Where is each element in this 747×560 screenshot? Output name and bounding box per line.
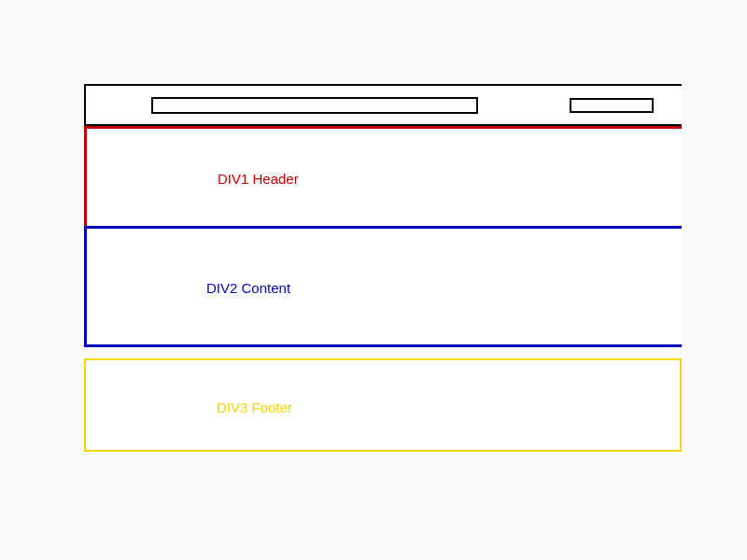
div3-label: DIV3 Footer [217, 399, 292, 415]
layout-diagram: DIV1 Header DIV2 Content DIV3 Footer [84, 84, 682, 452]
div2-content-section: DIV2 Content [84, 226, 682, 347]
toolbar-section [84, 84, 682, 126]
div1-header-section: DIV1 Header [84, 126, 682, 229]
toolbar-box-large [151, 97, 478, 114]
div1-label: DIV1 Header [218, 171, 299, 187]
div2-label: DIV2 Content [206, 280, 290, 296]
div3-footer-section: DIV3 Footer [84, 358, 682, 452]
toolbar-box-small [570, 98, 654, 113]
